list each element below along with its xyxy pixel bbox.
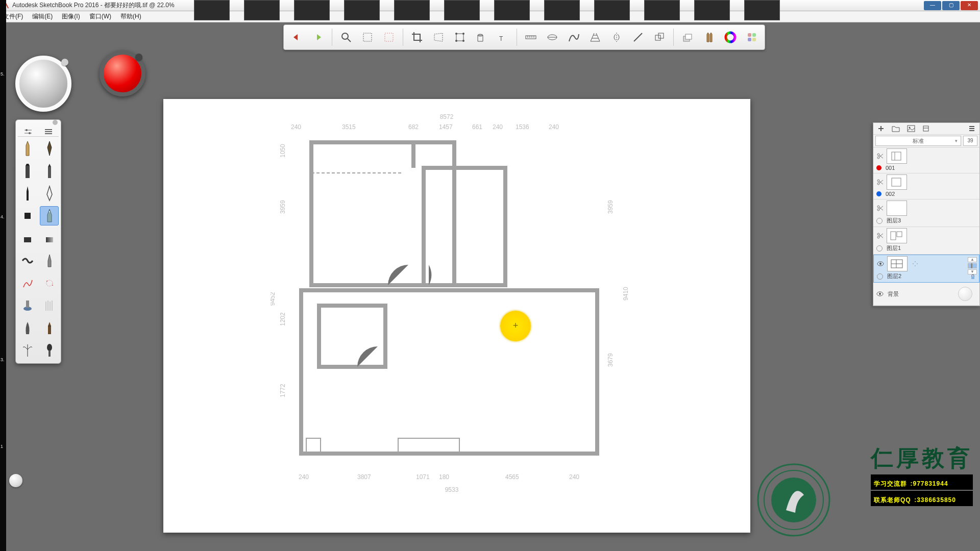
brush-hard-tip[interactable] <box>40 251 59 270</box>
brush-scribble[interactable] <box>18 273 37 293</box>
svg-point-47 <box>47 344 52 351</box>
curve-guide-tool[interactable] <box>565 29 582 46</box>
brush-nib[interactable] <box>40 184 59 203</box>
svg-rect-84 <box>908 126 915 132</box>
transform-tool[interactable] <box>451 29 469 46</box>
brush-flat-grad[interactable] <box>40 229 59 248</box>
menu-image[interactable]: 图像(I) <box>62 12 80 21</box>
brush-list-icon[interactable] <box>44 128 53 135</box>
perspective-tool[interactable] <box>586 29 604 46</box>
menu-window[interactable]: 窗口(W) <box>89 12 111 21</box>
fill-tool[interactable] <box>473 29 490 46</box>
layers-toggle[interactable] <box>679 29 696 46</box>
brush-marker-chisel[interactable] <box>18 161 37 181</box>
svg-text:8572: 8572 <box>440 113 454 120</box>
svg-text:3959: 3959 <box>279 200 286 214</box>
layer-item[interactable]: 图层1 <box>873 227 979 255</box>
symmetry-tool[interactable] <box>608 29 625 46</box>
layers-panel[interactable]: 标准 39 001 002 图层3 图层1 <box>873 122 980 306</box>
layer-item[interactable]: 001 <box>873 147 979 173</box>
layer-thumb <box>887 174 907 190</box>
visibility-toggle[interactable] <box>876 218 883 224</box>
folder-icon[interactable] <box>892 125 900 132</box>
color-wheel-toggle[interactable] <box>722 29 739 46</box>
svg-text:1071: 1071 <box>416 473 430 481</box>
brush-lib-toggle[interactable] <box>700 29 718 46</box>
svg-rect-21 <box>658 33 664 38</box>
brush-size-slider[interactable] <box>9 474 22 487</box>
eye-icon[interactable] <box>876 290 884 297</box>
visibility-toggle[interactable] <box>876 245 883 252</box>
svg-rect-37 <box>48 167 51 178</box>
brush-marker-fine[interactable] <box>40 161 59 181</box>
undo-button[interactable] <box>288 29 305 46</box>
eye-icon[interactable] <box>877 260 884 267</box>
redo-button[interactable] <box>309 29 327 46</box>
image-layer-icon[interactable] <box>907 125 915 132</box>
add-layer-icon[interactable] <box>877 125 885 132</box>
svg-point-0 <box>342 33 348 39</box>
layer-actions-icon[interactable] <box>922 125 929 132</box>
crop-tool[interactable] <box>408 29 426 46</box>
text-tool[interactable]: T <box>494 29 511 46</box>
line-tool[interactable] <box>629 29 647 46</box>
color-puck[interactable] <box>100 51 145 96</box>
brush-pen[interactable] <box>40 139 59 158</box>
brush-smudge[interactable] <box>18 296 37 315</box>
layer-item-selected[interactable]: ▲▌▼ 图层2 <box>873 255 979 283</box>
minimize-button[interactable]: — <box>924 1 941 10</box>
scissors-icon <box>876 179 884 186</box>
menu-edit[interactable]: 编辑(E) <box>32 12 53 21</box>
svg-point-117 <box>913 263 914 264</box>
brush-soft-round[interactable] <box>18 318 37 338</box>
svg-rect-26 <box>752 33 756 37</box>
brush-splatter[interactable] <box>40 273 59 293</box>
color-tag <box>876 165 881 170</box>
layer-item[interactable]: 002 <box>873 173 979 199</box>
brush-airbrush[interactable] <box>40 206 59 226</box>
menu-help[interactable]: 帮助(H) <box>120 12 141 21</box>
svg-text:240: 240 <box>569 473 579 481</box>
copic-toggle[interactable] <box>743 29 761 46</box>
close-button[interactable]: ✕ <box>961 1 978 10</box>
svg-text:3515: 3515 <box>342 123 356 131</box>
brush-pencil[interactable] <box>18 139 37 158</box>
svg-text:1050: 1050 <box>279 144 286 158</box>
canvas[interactable]: 8572 240351568214576612401536240 9533 24… <box>163 99 750 533</box>
shape-tool[interactable] <box>651 29 668 46</box>
bg-color-swatch[interactable] <box>958 287 972 301</box>
maximize-button[interactable]: ▢ <box>942 1 960 10</box>
svg-rect-101 <box>892 178 901 186</box>
svg-point-119 <box>917 263 918 264</box>
select-rect-tool[interactable] <box>359 29 376 46</box>
brush-stroke-wave[interactable] <box>18 251 37 270</box>
brush-flat-dark[interactable] <box>18 229 37 248</box>
brush-round-soft[interactable] <box>40 341 59 360</box>
layer-fx-icon[interactable] <box>911 259 920 268</box>
brush-palette[interactable] <box>15 119 61 364</box>
ruler-tool[interactable] <box>522 29 540 46</box>
layer-background[interactable]: 背景 <box>873 283 979 306</box>
menu-icon[interactable] <box>968 125 975 132</box>
distort-tool[interactable] <box>430 29 447 46</box>
brush-texture[interactable] <box>40 296 59 315</box>
doc-thumb-strip <box>194 0 780 22</box>
brush-square[interactable] <box>18 206 37 226</box>
brush-ink[interactable] <box>18 184 37 203</box>
svg-point-7 <box>455 40 457 42</box>
svg-rect-46 <box>26 300 29 308</box>
zoom-tool[interactable] <box>337 29 355 46</box>
opacity-stepper[interactable]: ▲▌▼ <box>968 257 977 274</box>
select-add-tool[interactable] <box>380 29 398 46</box>
visibility-toggle[interactable] <box>877 273 883 280</box>
blend-mode-dropdown[interactable]: 标准 <box>875 136 961 146</box>
ellipse-guide-tool[interactable] <box>544 29 561 46</box>
brush-puck[interactable] <box>15 56 71 112</box>
layer-item[interactable]: 图层3 <box>873 199 979 227</box>
brush-fan[interactable] <box>18 341 37 360</box>
opacity-field[interactable]: 39 <box>963 136 977 146</box>
brush-settings-icon[interactable] <box>23 128 33 135</box>
svg-rect-28 <box>752 38 756 41</box>
panel-grip[interactable] <box>16 120 61 125</box>
brush-bristle[interactable] <box>40 318 59 338</box>
